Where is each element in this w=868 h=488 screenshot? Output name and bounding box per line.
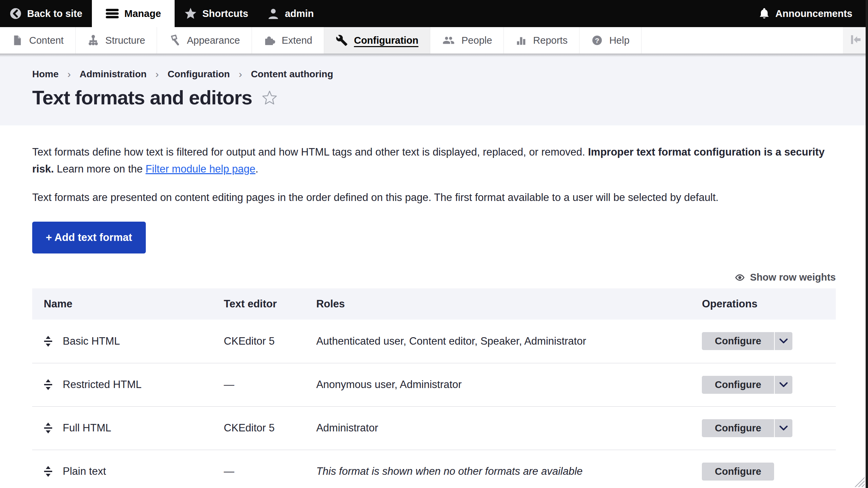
admin-page: Back to site Manage Shortcuts admin Ann [0,0,868,488]
configure-dropdown-toggle[interactable] [775,419,792,437]
eye-icon [734,274,745,281]
menu-item-appearance[interactable]: Appearance [157,27,252,54]
menu-label: Reports [533,35,568,46]
breadcrumb-configuration[interactable]: Configuration [167,69,230,80]
format-editor: — [224,465,234,477]
menu-icon [105,8,119,19]
operations-group: Configure [702,463,774,481]
svg-text:?: ? [595,37,599,44]
collapse-left-icon [849,34,862,46]
drag-handle-icon[interactable] [44,466,53,477]
operations-group: Configure [702,419,792,437]
configure-dropdown-toggle[interactable] [775,376,792,394]
format-name: Basic HTML [63,335,120,347]
filter-module-help-link[interactable]: Filter module help page [145,163,255,175]
menu-item-structure[interactable]: Structure [76,27,157,54]
menu-item-people[interactable]: People [430,27,504,54]
show-row-weights-link[interactable]: Show row weights [32,272,836,283]
user-menu[interactable]: admin [258,0,323,27]
add-text-format-button[interactable]: + Add text format [32,222,146,253]
chevron-down-icon [780,383,787,386]
breadcrumb-separator: › [155,68,159,80]
paintbrush-icon [169,34,181,46]
back-icon [9,7,22,20]
breadcrumb-separator: › [239,68,242,80]
page-header: Home › Administration › Configuration › … [0,54,868,125]
column-header-roles: Roles [310,288,695,320]
main-content: Text formats define how text is filtered… [0,144,868,488]
breadcrumb: Home › Administration › Configuration › … [32,68,836,80]
menu-label: Configuration [354,35,418,46]
back-to-site-button[interactable]: Back to site [0,0,92,27]
operations-group: Configure [702,376,792,394]
column-header-operations: Operations [695,288,836,320]
menu-label: Appearance [187,35,240,46]
toolbar-shadow [0,54,868,57]
menu-label: People [461,35,492,46]
toolbar-collapse-button[interactable] [843,27,868,54]
column-header-text-editor: Text editor [217,288,310,320]
user-label: admin [285,8,314,19]
format-editor: CKEditor 5 [224,422,275,434]
shortcuts-button[interactable]: Shortcuts [175,0,258,27]
window-scrollbar[interactable] [866,0,868,488]
configure-button[interactable]: Configure [702,419,774,437]
admin-menu-bar: Content Structure Appearance Extend Conf… [0,27,868,54]
breadcrumb-administration[interactable]: Administration [80,69,147,80]
back-to-site-label: Back to site [27,8,82,19]
file-icon [12,34,23,46]
bar-chart-icon [515,34,527,46]
page-title: Text formats and editors [32,86,252,109]
format-editor: CKEditor 5 [224,335,275,347]
table-row-restricted-html: Restricted HTML — Anonymous user, Admini… [32,363,836,406]
format-name: Restricted HTML [63,379,142,391]
menu-label: Extend [282,35,312,46]
breadcrumb-current: Content authoring [251,69,333,80]
topbar-spacer [323,0,749,27]
people-icon [442,34,455,46]
top-toolbar: Back to site Manage Shortcuts admin Ann [0,0,868,27]
operations-group: Configure [702,332,792,350]
text-formats-table: Name Text editor Roles Operations Basic … [32,288,836,488]
drag-handle-icon[interactable] [44,422,53,434]
drag-handle-icon[interactable] [44,336,53,347]
show-row-weights-label: Show row weights [750,272,836,283]
configure-button[interactable]: Configure [702,332,774,350]
menu-item-help[interactable]: ? Help [579,27,642,54]
menu-item-content[interactable]: Content [0,27,76,54]
drag-handle-icon[interactable] [44,379,53,390]
star-outline-icon[interactable] [262,90,277,105]
chevron-down-icon [780,426,787,430]
puzzle-icon [263,34,276,46]
manage-tab[interactable]: Manage [92,0,175,27]
menu-label: Help [609,35,630,46]
user-icon [267,7,279,20]
menu-item-extend[interactable]: Extend [252,27,324,54]
menu-label: Content [29,35,64,46]
menu-item-configuration[interactable]: Configuration [324,27,430,54]
announcements-button[interactable]: Announcements [749,0,868,27]
configure-button[interactable]: Configure [702,463,774,481]
format-roles: Administrator [316,422,378,434]
intro-text: Text formats define how text is filtered… [32,146,588,158]
sitemap-icon [87,34,99,46]
menu-label: Structure [105,35,145,46]
breadcrumb-home[interactable]: Home [32,69,59,80]
menu-item-reports[interactable]: Reports [504,27,579,54]
format-roles: Anonymous user, Administrator [316,379,462,390]
format-editor: — [224,379,234,390]
table-header-row: Name Text editor Roles Operations [32,288,836,320]
help-icon: ? [591,34,603,46]
breadcrumb-separator: › [67,68,71,80]
format-roles: Authenticated user, Content editor, Spea… [316,335,586,347]
configure-dropdown-toggle[interactable] [775,332,792,350]
table-row-basic-html: Basic HTML CKEditor 5 Authenticated user… [32,320,836,363]
configure-button[interactable]: Configure [702,376,774,394]
announcements-label: Announcements [775,8,852,19]
star-icon [184,7,197,20]
table-row-full-html: Full HTML CKEditor 5 Administrator Confi… [32,406,836,450]
manage-label: Manage [124,8,161,19]
intro-text: . [255,163,258,175]
bell-icon [758,7,770,20]
table-row-plain-text: Plain text — This format is shown when n… [32,450,836,488]
